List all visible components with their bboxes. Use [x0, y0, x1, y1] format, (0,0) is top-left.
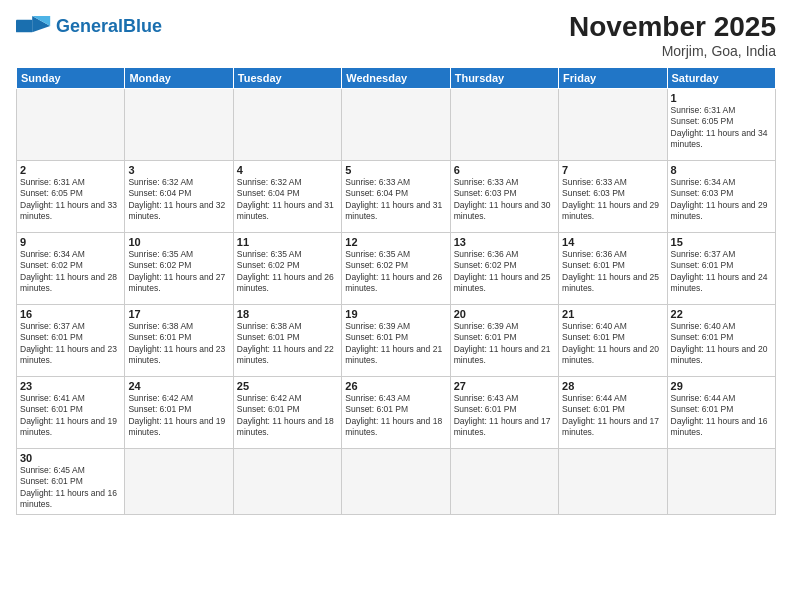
weekday-header-monday: Monday	[125, 67, 233, 88]
day-cell	[342, 448, 450, 514]
day-number: 30	[20, 452, 121, 464]
week-row-0: 1Sunrise: 6:31 AM Sunset: 6:05 PM Daylig…	[17, 88, 776, 160]
day-cell: 30Sunrise: 6:45 AM Sunset: 6:01 PM Dayli…	[17, 448, 125, 514]
day-cell	[233, 448, 341, 514]
day-number: 10	[128, 236, 229, 248]
day-info: Sunrise: 6:39 AM Sunset: 6:01 PM Dayligh…	[454, 321, 555, 367]
day-number: 28	[562, 380, 663, 392]
weekday-header-thursday: Thursday	[450, 67, 558, 88]
day-number: 6	[454, 164, 555, 176]
day-info: Sunrise: 6:42 AM Sunset: 6:01 PM Dayligh…	[237, 393, 338, 439]
day-cell	[450, 88, 558, 160]
day-cell: 13Sunrise: 6:36 AM Sunset: 6:02 PM Dayli…	[450, 232, 558, 304]
header: GeneralBlue November 2025 Morjim, Goa, I…	[16, 12, 776, 59]
day-number: 15	[671, 236, 772, 248]
logo: GeneralBlue	[16, 12, 162, 40]
day-cell: 17Sunrise: 6:38 AM Sunset: 6:01 PM Dayli…	[125, 304, 233, 376]
week-row-3: 16Sunrise: 6:37 AM Sunset: 6:01 PM Dayli…	[17, 304, 776, 376]
day-cell: 5Sunrise: 6:33 AM Sunset: 6:04 PM Daylig…	[342, 160, 450, 232]
day-number: 19	[345, 308, 446, 320]
month-title: November 2025	[569, 12, 776, 43]
logo-general: General	[56, 16, 123, 36]
week-row-2: 9Sunrise: 6:34 AM Sunset: 6:02 PM Daylig…	[17, 232, 776, 304]
day-cell	[125, 88, 233, 160]
day-cell: 1Sunrise: 6:31 AM Sunset: 6:05 PM Daylig…	[667, 88, 775, 160]
logo-text: GeneralBlue	[56, 17, 162, 35]
day-info: Sunrise: 6:37 AM Sunset: 6:01 PM Dayligh…	[671, 249, 772, 295]
day-cell: 16Sunrise: 6:37 AM Sunset: 6:01 PM Dayli…	[17, 304, 125, 376]
week-row-4: 23Sunrise: 6:41 AM Sunset: 6:01 PM Dayli…	[17, 376, 776, 448]
logo-icon	[16, 12, 52, 40]
day-info: Sunrise: 6:36 AM Sunset: 6:02 PM Dayligh…	[454, 249, 555, 295]
day-info: Sunrise: 6:33 AM Sunset: 6:03 PM Dayligh…	[562, 177, 663, 223]
day-cell	[233, 88, 341, 160]
day-cell: 24Sunrise: 6:42 AM Sunset: 6:01 PM Dayli…	[125, 376, 233, 448]
day-info: Sunrise: 6:31 AM Sunset: 6:05 PM Dayligh…	[20, 177, 121, 223]
weekday-header-tuesday: Tuesday	[233, 67, 341, 88]
day-cell: 28Sunrise: 6:44 AM Sunset: 6:01 PM Dayli…	[559, 376, 667, 448]
subtitle: Morjim, Goa, India	[569, 43, 776, 59]
day-number: 1	[671, 92, 772, 104]
day-cell: 11Sunrise: 6:35 AM Sunset: 6:02 PM Dayli…	[233, 232, 341, 304]
calendar: SundayMondayTuesdayWednesdayThursdayFrid…	[16, 67, 776, 515]
day-cell	[17, 88, 125, 160]
day-info: Sunrise: 6:41 AM Sunset: 6:01 PM Dayligh…	[20, 393, 121, 439]
day-cell: 25Sunrise: 6:42 AM Sunset: 6:01 PM Dayli…	[233, 376, 341, 448]
day-info: Sunrise: 6:40 AM Sunset: 6:01 PM Dayligh…	[562, 321, 663, 367]
day-number: 16	[20, 308, 121, 320]
day-cell: 23Sunrise: 6:41 AM Sunset: 6:01 PM Dayli…	[17, 376, 125, 448]
day-number: 24	[128, 380, 229, 392]
day-number: 23	[20, 380, 121, 392]
day-number: 27	[454, 380, 555, 392]
day-number: 21	[562, 308, 663, 320]
week-row-5: 30Sunrise: 6:45 AM Sunset: 6:01 PM Dayli…	[17, 448, 776, 514]
day-number: 9	[20, 236, 121, 248]
svg-rect-0	[16, 20, 32, 33]
day-cell: 3Sunrise: 6:32 AM Sunset: 6:04 PM Daylig…	[125, 160, 233, 232]
day-number: 14	[562, 236, 663, 248]
day-info: Sunrise: 6:33 AM Sunset: 6:03 PM Dayligh…	[454, 177, 555, 223]
day-cell	[125, 448, 233, 514]
day-number: 13	[454, 236, 555, 248]
day-number: 25	[237, 380, 338, 392]
day-cell: 22Sunrise: 6:40 AM Sunset: 6:01 PM Dayli…	[667, 304, 775, 376]
weekday-header-sunday: Sunday	[17, 67, 125, 88]
day-cell: 6Sunrise: 6:33 AM Sunset: 6:03 PM Daylig…	[450, 160, 558, 232]
day-cell: 7Sunrise: 6:33 AM Sunset: 6:03 PM Daylig…	[559, 160, 667, 232]
day-cell: 14Sunrise: 6:36 AM Sunset: 6:01 PM Dayli…	[559, 232, 667, 304]
day-info: Sunrise: 6:37 AM Sunset: 6:01 PM Dayligh…	[20, 321, 121, 367]
day-cell	[559, 88, 667, 160]
day-number: 17	[128, 308, 229, 320]
day-info: Sunrise: 6:43 AM Sunset: 6:01 PM Dayligh…	[454, 393, 555, 439]
page: GeneralBlue November 2025 Morjim, Goa, I…	[0, 0, 792, 612]
day-info: Sunrise: 6:44 AM Sunset: 6:01 PM Dayligh…	[562, 393, 663, 439]
day-number: 22	[671, 308, 772, 320]
day-info: Sunrise: 6:33 AM Sunset: 6:04 PM Dayligh…	[345, 177, 446, 223]
weekday-header-wednesday: Wednesday	[342, 67, 450, 88]
day-info: Sunrise: 6:38 AM Sunset: 6:01 PM Dayligh…	[237, 321, 338, 367]
day-info: Sunrise: 6:44 AM Sunset: 6:01 PM Dayligh…	[671, 393, 772, 439]
day-info: Sunrise: 6:45 AM Sunset: 6:01 PM Dayligh…	[20, 465, 121, 511]
day-info: Sunrise: 6:35 AM Sunset: 6:02 PM Dayligh…	[237, 249, 338, 295]
day-cell	[559, 448, 667, 514]
day-number: 8	[671, 164, 772, 176]
day-cell: 29Sunrise: 6:44 AM Sunset: 6:01 PM Dayli…	[667, 376, 775, 448]
day-number: 2	[20, 164, 121, 176]
day-number: 26	[345, 380, 446, 392]
day-cell: 10Sunrise: 6:35 AM Sunset: 6:02 PM Dayli…	[125, 232, 233, 304]
day-info: Sunrise: 6:32 AM Sunset: 6:04 PM Dayligh…	[128, 177, 229, 223]
day-cell: 18Sunrise: 6:38 AM Sunset: 6:01 PM Dayli…	[233, 304, 341, 376]
day-number: 11	[237, 236, 338, 248]
day-number: 18	[237, 308, 338, 320]
day-number: 20	[454, 308, 555, 320]
day-number: 7	[562, 164, 663, 176]
day-info: Sunrise: 6:39 AM Sunset: 6:01 PM Dayligh…	[345, 321, 446, 367]
day-cell: 8Sunrise: 6:34 AM Sunset: 6:03 PM Daylig…	[667, 160, 775, 232]
day-cell: 2Sunrise: 6:31 AM Sunset: 6:05 PM Daylig…	[17, 160, 125, 232]
day-cell: 21Sunrise: 6:40 AM Sunset: 6:01 PM Dayli…	[559, 304, 667, 376]
day-cell: 15Sunrise: 6:37 AM Sunset: 6:01 PM Dayli…	[667, 232, 775, 304]
day-cell	[342, 88, 450, 160]
weekday-header-saturday: Saturday	[667, 67, 775, 88]
day-info: Sunrise: 6:40 AM Sunset: 6:01 PM Dayligh…	[671, 321, 772, 367]
day-cell: 12Sunrise: 6:35 AM Sunset: 6:02 PM Dayli…	[342, 232, 450, 304]
